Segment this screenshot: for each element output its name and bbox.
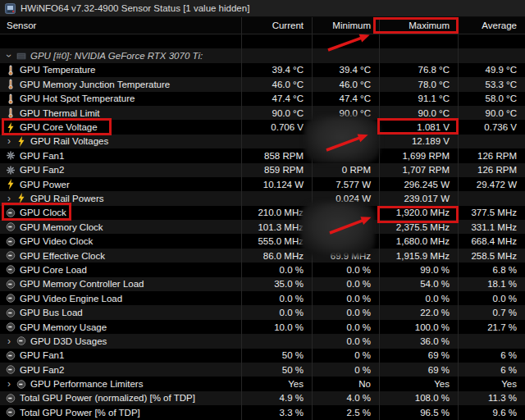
sensor-row[interactable]: GPU Rail Voltages 12.189 V bbox=[0, 135, 525, 148]
average-value: 0.7 % bbox=[458, 305, 525, 319]
column-header-current[interactable]: Current bbox=[241, 17, 312, 34]
average-value: 29.472 W bbox=[458, 177, 525, 191]
sensor-label: GPU Performance Limiters bbox=[30, 379, 143, 389]
bolt-icon bbox=[16, 136, 26, 147]
column-header-sensor[interactable]: Sensor bbox=[0, 17, 241, 34]
sensor-row[interactable]: GPU Power 10.124 W 7.577 W 296.245 W 29.… bbox=[0, 177, 525, 191]
current-value: 210.0 MHz bbox=[241, 206, 312, 220]
average-value: 0.0 % bbox=[458, 291, 525, 305]
sensor-row[interactable] bbox=[0, 34, 525, 48]
chevron-icon[interactable] bbox=[6, 137, 12, 145]
sensor-label: Total GPU Power (normalized) [% of TDP] bbox=[20, 393, 195, 403]
maximum-value: 1,920.0 MHz bbox=[379, 206, 458, 220]
sensor-label: GPU Power bbox=[20, 180, 70, 189]
maximum-value: 296.245 W bbox=[379, 177, 458, 191]
maximum-value: 1,915.9 MHz bbox=[379, 249, 458, 262]
sensor-row[interactable]: GPU Temperature 39.4 °C 39.4 °C 76.8 °C … bbox=[0, 63, 525, 77]
sensor-row[interactable]: GPU Core Load 0.0 % 0.0 % 99.0 % 6.8 % bbox=[0, 262, 525, 276]
sensor-row[interactable]: GPU Video Engine Load 0.0 % 0.0 % 0.0 % … bbox=[0, 291, 525, 305]
maximum-value: 1,680.0 MHz bbox=[379, 234, 458, 248]
sensor-label: GPU Thermal Limit bbox=[20, 108, 100, 118]
minimum-value: 2.5 % bbox=[312, 405, 379, 419]
average-value bbox=[458, 135, 525, 148]
average-value: 668.4 MHz bbox=[458, 234, 525, 248]
sensor-row[interactable]: GPU Fan2 50 % 0 % 69 % 6 % bbox=[0, 363, 525, 377]
minimum-value: 46.0 °C bbox=[312, 77, 379, 91]
sensor-row[interactable]: GPU Core Voltage 0.706 V 1.081 V 0.736 V bbox=[0, 120, 525, 134]
current-value: 555.0 MHz bbox=[241, 234, 312, 248]
average-value: 11.3 % bbox=[458, 391, 525, 405]
average-value bbox=[458, 191, 525, 205]
minimum-value: 0 % bbox=[312, 363, 379, 377]
sensor-row[interactable]: GPU Memory Junction Temperature 46.0 °C … bbox=[0, 77, 525, 91]
sensor-name-cell: GPU Core Load bbox=[0, 262, 241, 276]
minimum-value bbox=[312, 48, 379, 62]
current-value: 39.4 °C bbox=[241, 63, 312, 77]
current-value: 0.0 % bbox=[241, 305, 312, 319]
sensor-table-body: GPU [#0]: NVIDIA GeForce RTX 3070 Ti: GP… bbox=[0, 34, 525, 420]
sensor-name-cell: GPU Effective Clock bbox=[0, 249, 241, 262]
sensor-row[interactable]: GPU Effective Clock 86.0 MHz 69.9 MHz 1,… bbox=[0, 249, 525, 262]
chevron-icon[interactable] bbox=[6, 380, 12, 388]
sensor-row[interactable]: GPU Bus Load 0.0 % 0.0 % 22.0 % 0.7 % bbox=[0, 305, 525, 319]
therm-icon bbox=[6, 107, 16, 118]
chevron-icon[interactable] bbox=[6, 52, 12, 60]
sensor-row[interactable]: GPU Performance Limiters Yes No Yes Yes bbox=[0, 377, 525, 390]
sensor-label: GPU Fan1 bbox=[20, 151, 64, 161]
column-header-maximum[interactable]: Maximum bbox=[379, 17, 458, 34]
sensor-row[interactable]: GPU Fan1 50 % 0 % 69 % 6 % bbox=[0, 349, 525, 363]
sensor-row[interactable]: GPU Thermal Limit 90.0 °C 90.0 °C 90.0 °… bbox=[0, 106, 525, 120]
minimum-value bbox=[312, 234, 379, 248]
minimum-value: 0.0 % bbox=[312, 291, 379, 305]
average-value: 53.3 °C bbox=[458, 77, 525, 91]
chevron-icon[interactable] bbox=[6, 337, 12, 345]
sensor-row[interactable]: Total GPU Power [% of TDP] 3.3 % 2.5 % 9… bbox=[0, 405, 525, 419]
minimum-value: 0.0 % bbox=[312, 277, 379, 291]
fan-icon bbox=[6, 165, 16, 176]
average-value: 21.7 % bbox=[458, 320, 525, 334]
average-value: 58.0 °C bbox=[458, 92, 525, 106]
minimum-value: 0.0 % bbox=[312, 334, 379, 348]
sensor-row[interactable]: GPU Hot Spot Temperature 47.4 °C 47.4 °C… bbox=[0, 92, 525, 106]
sensor-row[interactable]: GPU D3D Usages 0.0 % 36.0 % bbox=[0, 334, 525, 348]
minimum-value: 0.024 W bbox=[312, 191, 379, 205]
sensor-row[interactable]: Total GPU Power (normalized) [% of TDP] … bbox=[0, 391, 525, 405]
column-header-average[interactable]: Average bbox=[458, 17, 525, 34]
app-icon bbox=[5, 3, 16, 14]
sensor-row[interactable]: GPU Rail Powers 0.024 W 239.017 W bbox=[0, 191, 525, 205]
sensor-name-cell: GPU D3D Usages bbox=[0, 334, 241, 348]
sensor-label: GPU Memory Clock bbox=[20, 222, 103, 232]
column-header-minimum[interactable]: Minimum bbox=[312, 17, 379, 34]
gauge-icon bbox=[6, 350, 16, 361]
sensor-group-header-row[interactable]: GPU [#0]: NVIDIA GeForce RTX 3070 Ti: bbox=[0, 48, 525, 62]
sensor-label: GPU D3D Usages bbox=[30, 336, 107, 346]
column-header-row: Sensor Current Minimum Maximum Average bbox=[0, 17, 525, 34]
current-value bbox=[241, 34, 312, 48]
maximum-value: 54.0 % bbox=[379, 277, 458, 291]
sensor-row[interactable]: GPU Memory Clock 101.3 MHz 2,375.5 MHz 3… bbox=[0, 220, 525, 234]
window-title: HWiNFO64 v7.32-4900 Sensor Status [1 val… bbox=[21, 3, 249, 13]
current-value: 10.0 % bbox=[241, 320, 312, 334]
gauge-icon bbox=[6, 322, 16, 332]
average-value: 49.9 °C bbox=[458, 63, 525, 77]
chevron-icon[interactable] bbox=[6, 194, 12, 203]
sensor-label: GPU Video Engine Load bbox=[20, 294, 122, 304]
average-value: 18.1 % bbox=[458, 277, 525, 291]
average-value: 258.5 MHz bbox=[458, 249, 525, 262]
window-titlebar[interactable]: HWiNFO64 v7.32-4900 Sensor Status [1 val… bbox=[0, 0, 525, 17]
average-value: 6 % bbox=[458, 349, 525, 363]
average-value bbox=[458, 48, 525, 62]
current-value: 4.9 % bbox=[241, 391, 312, 405]
maximum-value: 22.0 % bbox=[379, 305, 458, 319]
sensor-row[interactable]: GPU Memory Usage 10.0 % 0.0 % 100.0 % 21… bbox=[0, 320, 525, 334]
sensor-row[interactable]: GPU Video Clock 555.0 MHz 1,680.0 MHz 66… bbox=[0, 234, 525, 248]
current-value: 10.124 W bbox=[241, 177, 312, 191]
sensor-label: GPU Rail Voltages bbox=[30, 136, 108, 146]
sensor-row[interactable]: GPU Clock 210.0 MHz 1,920.0 MHz 377.5 MH… bbox=[0, 206, 525, 220]
sensor-label: GPU Core Load bbox=[20, 265, 87, 275]
sensor-row[interactable]: GPU Fan2 859 RPM 0 RPM 1,707 RPM 126 RPM bbox=[0, 163, 525, 177]
sensor-row[interactable]: GPU Fan1 858 RPM 1,699 RPM 126 RPM bbox=[0, 148, 525, 162]
average-value: 331.1 MHz bbox=[458, 220, 525, 234]
sensor-row[interactable]: GPU Memory Controller Load 35.0 % 0.0 % … bbox=[0, 277, 525, 291]
sensor-label: GPU Fan1 bbox=[20, 350, 64, 360]
